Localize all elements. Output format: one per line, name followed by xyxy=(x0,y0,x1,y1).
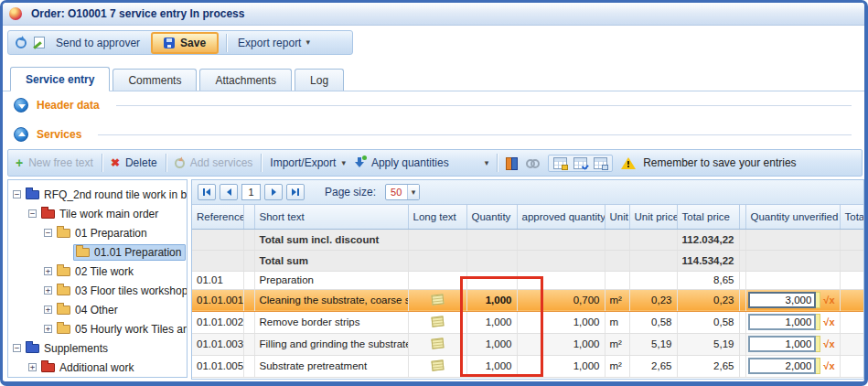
tree-item-04-other[interactable]: + 04 Other xyxy=(8,300,187,319)
table-check-icon[interactable] xyxy=(573,157,587,169)
calculate-quantity-icon[interactable]: √x xyxy=(823,338,834,349)
cell-quantity: 1,000 xyxy=(466,333,517,355)
collapse-toggle-icon[interactable]: − xyxy=(13,344,21,352)
col-header-reference[interactable]: Reference xyxy=(192,205,243,229)
quantity-unverified-input[interactable] xyxy=(748,314,816,330)
cell-long-text[interactable] xyxy=(408,333,466,355)
col-header-unit-price[interactable]: Unit price xyxy=(629,205,677,229)
table-row-01-01-0010[interactable]: 01.01.0010 Cleaning the substrate, coars… xyxy=(192,289,864,311)
cell-short-text: Total sum incl. discount xyxy=(254,229,408,250)
apply-quantities-button[interactable]: Apply quantities xyxy=(354,156,449,169)
calculate-quantity-icon[interactable]: √x xyxy=(823,295,834,306)
collapse-up-icon[interactable] xyxy=(14,127,28,142)
apply-quantities-icon xyxy=(354,156,366,169)
table-row-01-01-0050[interactable]: 01.01.0050 Substrate pretreatment 1,000 … xyxy=(192,355,864,377)
expand-toggle-icon[interactable]: + xyxy=(44,286,52,295)
note-icon[interactable] xyxy=(431,316,444,327)
delete-x-icon: ✖ xyxy=(111,157,120,168)
col-header-long-text[interactable]: Long text xyxy=(408,205,466,229)
tree-item-additional-work[interactable]: + Additional work xyxy=(8,358,187,377)
last-page-button[interactable] xyxy=(286,184,305,200)
note-icon[interactable] xyxy=(431,359,444,370)
col-header-quantity[interactable]: Quantity xyxy=(466,205,517,229)
tab-service-entry[interactable]: Service entry xyxy=(10,67,110,91)
collapse-down-icon[interactable] xyxy=(14,98,28,113)
next-page-button[interactable] xyxy=(264,184,283,200)
page-size-select[interactable]: 50 ▾ xyxy=(385,184,420,200)
column-splitter[interactable] xyxy=(243,205,254,229)
calculate-quantity-icon[interactable]: √x xyxy=(823,360,834,371)
tree-item-05-hourly-work[interactable]: + 05 Hourly work Tiles and xyxy=(8,319,187,338)
chevron-down-icon: ▾ xyxy=(341,159,346,167)
col-header-short-text[interactable]: Short text xyxy=(254,205,408,229)
folder-red-icon xyxy=(41,209,55,219)
send-to-approver-button[interactable]: Send to approver xyxy=(52,35,144,51)
tree-item-label: 01.01 Preparation xyxy=(94,246,181,259)
table-row-group-01-01[interactable]: 01.01 Preparation 8,65 xyxy=(192,271,864,289)
tree-item-01-01-preparation-selected[interactable]: 01.01 Preparation xyxy=(8,242,187,262)
glasses-icon[interactable] xyxy=(526,159,540,166)
table-lock-icon[interactable] xyxy=(553,157,567,169)
tree-item-supplements[interactable]: − Supplements xyxy=(8,338,187,358)
add-services-button[interactable]: Add services xyxy=(175,156,253,169)
refresh-icon[interactable] xyxy=(16,38,27,48)
cell-long-text[interactable] xyxy=(408,311,466,333)
col-header-approved-quantity[interactable]: approved quantity xyxy=(517,205,605,229)
table-structure-icon[interactable] xyxy=(594,157,607,169)
collapse-toggle-icon[interactable]: − xyxy=(44,229,52,237)
tree-item-03-floor-tiles-workshop[interactable]: + 03 Floor tiles workshop xyxy=(8,281,187,300)
expand-toggle-icon[interactable]: + xyxy=(44,325,52,333)
cell-long-text[interactable] xyxy=(408,355,466,377)
tree-item-02-tile-work[interactable]: + 02 Tile work xyxy=(8,262,187,281)
service-tree-panel: − RFQ_2nd round tile work in base − Tile… xyxy=(7,179,188,378)
tree-selection-highlight: 01.01 Preparation xyxy=(73,244,186,261)
cell-reference: 01.01.0020 xyxy=(192,311,243,333)
collapse-toggle-icon[interactable]: − xyxy=(28,209,37,218)
table-row-total-sum[interactable]: Total sum 114.534,22 xyxy=(192,250,864,271)
new-free-text-button[interactable]: + New free text xyxy=(16,156,93,169)
tree-item-label: Supplements xyxy=(44,342,108,355)
column-chooser-icon[interactable] xyxy=(506,157,518,168)
first-page-button[interactable] xyxy=(198,184,216,200)
tree-item-rfq[interactable]: − RFQ_2nd round tile work in base xyxy=(8,185,187,204)
tab-comments[interactable]: Comments xyxy=(113,69,197,91)
col-header-total-price[interactable]: Total price xyxy=(677,205,739,229)
tree-item-01-preparation[interactable]: − 01 Preparation xyxy=(8,223,187,242)
folder-red-icon xyxy=(41,363,55,372)
previous-page-button[interactable] xyxy=(220,184,238,200)
col-header-total[interactable]: Total xyxy=(840,205,864,229)
tab-log[interactable]: Log xyxy=(295,69,344,91)
expand-toggle-icon[interactable]: + xyxy=(28,363,37,371)
table-row-01-01-0020[interactable]: 01.01.0020 Remove border strips 1,000 1,… xyxy=(192,311,864,333)
expand-toggle-icon[interactable]: + xyxy=(44,306,52,314)
expand-toggle-icon[interactable]: + xyxy=(44,267,52,275)
page-size-dropdown-button[interactable]: ▾ xyxy=(407,185,419,199)
services-section: Services xyxy=(3,123,864,146)
col-header-quantity-unverified[interactable]: Quantity unverified xyxy=(745,205,840,229)
collapse-toggle-icon[interactable]: − xyxy=(13,190,21,198)
save-button[interactable]: Save xyxy=(151,32,219,54)
quantity-unverified-input[interactable] xyxy=(748,292,816,308)
import-export-button[interactable]: Import/Export ▾ xyxy=(270,156,346,169)
content-area: − RFQ_2nd round tile work in base − Tile… xyxy=(3,179,864,381)
edit-document-icon[interactable] xyxy=(34,37,45,48)
page-number-input[interactable]: 1 xyxy=(241,184,261,200)
tab-attachments[interactable]: Attachments xyxy=(199,69,292,91)
tree-item-tile-work-main-order[interactable]: − Tile work main order xyxy=(8,204,187,223)
apply-quantities-dropdown-icon[interactable]: ▾ xyxy=(485,159,489,167)
cell-total-price: 8,65 xyxy=(677,271,739,289)
note-icon[interactable] xyxy=(431,294,444,305)
folder-yellow-icon xyxy=(57,229,70,238)
cell-long-text[interactable] xyxy=(408,289,466,311)
table-row-total-incl-discount[interactable]: Total sum incl. discount 112.034,22 xyxy=(192,229,864,250)
col-header-unit[interactable]: Unit xyxy=(605,205,629,229)
column-splitter[interactable] xyxy=(739,205,745,229)
quantity-unverified-input[interactable] xyxy=(748,358,816,374)
quantity-unverified-input[interactable] xyxy=(748,336,816,352)
export-report-button[interactable]: Export report ▾ xyxy=(234,35,314,51)
note-icon[interactable] xyxy=(431,338,444,348)
delete-button[interactable]: ✖ Delete xyxy=(111,156,157,169)
folder-yellow-icon xyxy=(57,306,70,315)
table-row-01-01-0030[interactable]: 01.01.0030 Filling and grinding the subs… xyxy=(192,333,864,355)
calculate-quantity-icon[interactable]: √x xyxy=(823,316,834,327)
